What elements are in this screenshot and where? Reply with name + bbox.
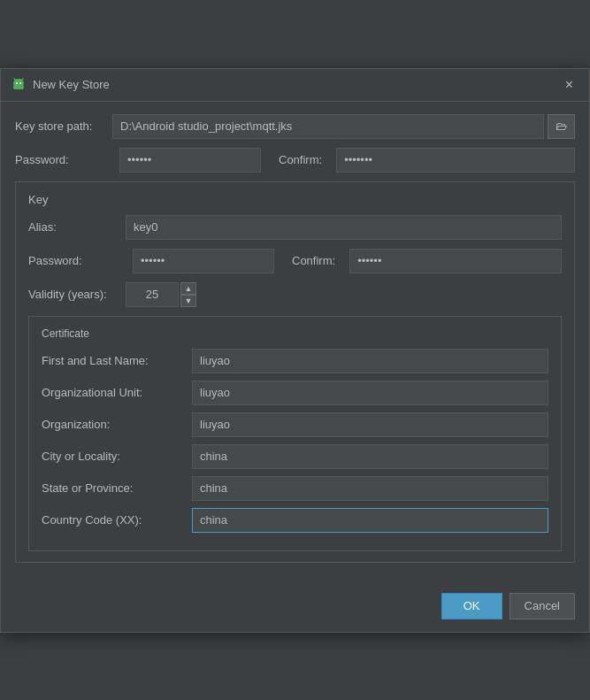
org-row: Organization: bbox=[42, 412, 548, 437]
spinner-up-button[interactable]: ▲ bbox=[180, 282, 196, 295]
android-icon bbox=[11, 78, 26, 92]
spinner-down-button[interactable]: ▼ bbox=[180, 295, 196, 307]
keystore-path-label: Key store path: bbox=[15, 119, 112, 133]
key-section-label: Key bbox=[28, 193, 562, 206]
svg-rect-1 bbox=[13, 85, 24, 89]
org-unit-input[interactable] bbox=[192, 381, 548, 405]
svg-point-5 bbox=[19, 82, 21, 84]
title-bar: New Key Store × bbox=[1, 69, 589, 102]
validity-spinner: ▲ ▼ bbox=[180, 282, 196, 307]
alias-row: Alias: bbox=[28, 215, 562, 240]
certificate-label: Certificate bbox=[42, 327, 548, 340]
alias-label: Alias: bbox=[28, 220, 126, 234]
keystore-confirm-label: Confirm: bbox=[279, 153, 322, 166]
first-last-row: First and Last Name: bbox=[42, 349, 548, 373]
country-row: Country Code (XX): bbox=[42, 508, 548, 533]
svg-line-3 bbox=[21, 79, 23, 81]
key-confirm-input[interactable] bbox=[349, 249, 562, 273]
browse-button[interactable]: 🗁 bbox=[548, 114, 575, 139]
first-last-label: First and Last Name: bbox=[42, 354, 192, 367]
svg-point-4 bbox=[16, 82, 18, 84]
country-input[interactable] bbox=[192, 508, 548, 533]
key-password-row: Password: Confirm: bbox=[28, 249, 562, 273]
folder-icon: 🗁 bbox=[556, 119, 567, 133]
cancel-button[interactable]: Cancel bbox=[510, 593, 575, 619]
country-label: Country Code (XX): bbox=[42, 513, 192, 527]
key-section: Key Alias: Password: Confirm: Validity (… bbox=[15, 181, 575, 563]
validity-row: Validity (years): ▲ ▼ bbox=[28, 282, 562, 307]
keystore-path-row: Key store path: 🗁 bbox=[15, 114, 575, 139]
dialog-body: Key store path: 🗁 Password: Confirm: Key… bbox=[1, 102, 589, 584]
org-unit-row: Organizational Unit: bbox=[42, 381, 548, 405]
city-input[interactable] bbox=[192, 444, 548, 469]
org-label: Organization: bbox=[42, 418, 192, 431]
validity-label: Validity (years): bbox=[28, 288, 126, 301]
alias-input[interactable] bbox=[126, 215, 562, 240]
city-row: City or Locality: bbox=[42, 444, 548, 469]
dialog-title: New Key Store bbox=[33, 78, 110, 91]
keystore-password-label: Password: bbox=[15, 153, 112, 166]
state-label: State or Province: bbox=[42, 481, 192, 495]
keystore-path-input[interactable] bbox=[112, 114, 544, 139]
key-password-label: Password: bbox=[28, 254, 126, 267]
keystore-password-row: Password: Confirm: bbox=[15, 148, 575, 173]
close-button[interactable]: × bbox=[560, 76, 579, 94]
certificate-section: Certificate First and Last Name: Organiz… bbox=[28, 316, 562, 551]
state-input[interactable] bbox=[192, 476, 548, 501]
city-label: City or Locality: bbox=[42, 450, 192, 463]
new-key-store-dialog: New Key Store × Key store path: 🗁 Passwo… bbox=[0, 68, 590, 633]
key-confirm-label: Confirm: bbox=[292, 254, 335, 267]
keystore-password-input[interactable] bbox=[119, 148, 261, 173]
org-input[interactable] bbox=[192, 412, 548, 437]
keystore-confirm-input[interactable] bbox=[336, 148, 575, 173]
dialog-footer: OK Cancel bbox=[1, 584, 589, 632]
svg-line-2 bbox=[14, 79, 16, 81]
org-unit-label: Organizational Unit: bbox=[42, 386, 192, 399]
ok-button[interactable]: OK bbox=[441, 593, 502, 619]
title-bar-left: New Key Store bbox=[11, 78, 110, 92]
first-last-input[interactable] bbox=[192, 349, 548, 373]
state-row: State or Province: bbox=[42, 476, 548, 501]
key-password-input[interactable] bbox=[133, 249, 274, 273]
validity-input[interactable] bbox=[126, 282, 179, 307]
